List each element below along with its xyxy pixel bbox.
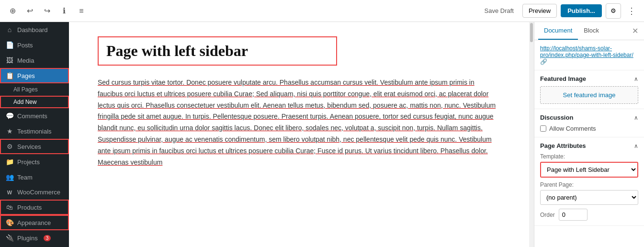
featured-image-title: Featured Image	[540, 75, 586, 82]
panel-close-button[interactable]: ✕	[630, 24, 640, 37]
sidebar-item-products[interactable]: 🛍 Products	[0, 200, 69, 215]
undo-icon[interactable]: ↩	[23, 4, 36, 18]
dashboard-icon: ⌂	[6, 26, 13, 34]
right-panel: Document Block ✕ http://localhost/shams-…	[534, 22, 644, 247]
panel-tabs: Document Block ✕	[534, 22, 644, 40]
comments-icon: 💬	[6, 112, 13, 120]
template-select-wrapper: Page with Left Sidebar Default Template …	[540, 162, 638, 178]
sidebar-item-services[interactable]: ⚙ Services	[0, 139, 69, 154]
add-block-icon[interactable]: ⊕	[6, 4, 19, 18]
featured-image-chevron[interactable]: ∧	[634, 76, 638, 82]
page-title[interactable]: Page with left sidebar	[106, 42, 328, 60]
page-title-block: Page with left sidebar	[98, 36, 337, 66]
gear-icon: ⚙	[610, 7, 616, 14]
publish-button[interactable]: Publish...	[561, 4, 602, 17]
preview-button[interactable]: Preview	[522, 4, 557, 18]
save-draft-button[interactable]: Save Draft	[480, 4, 519, 17]
parent-page-label: Parent Page:	[540, 181, 638, 188]
featured-image-section: Featured Image ∧ Set featured image	[534, 70, 644, 109]
sidebar-subitem-add-new[interactable]: Add New	[0, 96, 69, 108]
page-attributes-chevron[interactable]: ∧	[634, 143, 638, 149]
products-icon: 🛍	[6, 203, 13, 211]
sidebar-item-comments[interactable]: 💬 Comments	[0, 108, 69, 124]
appearance-icon: 🎨	[6, 219, 13, 226]
sidebar-item-pages[interactable]: 📋 Pages	[0, 68, 69, 83]
redo-icon[interactable]: ↪	[40, 4, 54, 18]
external-link-icon: 🔗	[540, 58, 547, 65]
discussion-section: Discussion ∧ Allow Comments	[534, 109, 644, 137]
services-icon: ⚙	[6, 143, 13, 150]
tab-block[interactable]: Block	[578, 22, 605, 40]
woocommerce-icon: W	[6, 190, 13, 195]
pages-icon: 📋	[6, 72, 13, 79]
page-link-section: http://localhost/shams-solar-pro/index.p…	[534, 40, 644, 70]
projects-icon: 📁	[6, 158, 13, 166]
allow-comments-checkbox[interactable]	[540, 125, 546, 132]
scrollbar[interactable]	[529, 22, 534, 247]
sidebar-item-woocommerce[interactable]: W WooCommerce	[0, 185, 69, 200]
sidebar-subitem-all-pages[interactable]: All Pages	[0, 83, 69, 96]
template-label: Template:	[540, 153, 638, 160]
order-input[interactable]	[559, 209, 588, 221]
page-body-text[interactable]: Sed cursus turpis vitae tortor. Donec po…	[98, 77, 500, 168]
sidebar-item-dashboard[interactable]: ⌂ Dashboard	[0, 22, 69, 37]
info-icon[interactable]: ℹ	[57, 4, 71, 18]
sidebar-item-appearance[interactable]: 🎨 Appearance	[0, 215, 69, 230]
sidebar-item-projects[interactable]: 📁 Projects	[0, 154, 69, 169]
testimonials-icon: ★	[6, 127, 13, 135]
posts-icon: 📄	[6, 41, 13, 49]
settings-button[interactable]: ⚙	[606, 3, 621, 19]
plugins-badge: 3	[44, 235, 51, 241]
plugins-icon: 🔌	[6, 234, 13, 242]
main-layout: ⌂ Dashboard 📄 Posts 🖼 Media 📋 Pages All …	[0, 22, 644, 247]
template-select[interactable]: Page with Left Sidebar Default Template …	[541, 163, 637, 177]
team-icon: 👥	[6, 173, 13, 181]
sidebar-item-plugins[interactable]: 🔌 Plugins 3	[0, 230, 69, 246]
page-attributes-title: Page Attributes	[540, 142, 586, 149]
sidebar-item-team[interactable]: 👥 Team	[0, 169, 69, 185]
more-options-button[interactable]: ⋮	[625, 4, 638, 18]
order-label: Order	[540, 212, 555, 218]
top-toolbar: ⊕ ↩ ↪ ℹ ≡ Save Draft Preview Publish... …	[0, 0, 644, 22]
page-url-link[interactable]: http://localhost/shams-solar-pro/index.p…	[540, 45, 633, 58]
discussion-title: Discussion	[540, 114, 573, 121]
sidebar-item-posts[interactable]: 📄 Posts	[0, 37, 69, 53]
sidebar-item-testimonials[interactable]: ★ Testimonials	[0, 124, 69, 139]
discussion-chevron[interactable]: ∧	[634, 114, 638, 121]
page-attributes-section: Page Attributes ∧ Template: Page with Le…	[534, 137, 644, 226]
tab-document[interactable]: Document	[538, 22, 578, 40]
scrollbar-thumb	[530, 23, 533, 42]
media-icon: 🖼	[6, 56, 13, 64]
set-featured-image-button[interactable]: Set featured image	[540, 86, 638, 104]
list-view-icon[interactable]: ≡	[75, 4, 88, 18]
parent-page-select[interactable]: (no parent)	[540, 190, 638, 205]
allow-comments-label[interactable]: Allow Comments	[540, 125, 638, 132]
sidebar-navigation: ⌂ Dashboard 📄 Posts 🖼 Media 📋 Pages All …	[0, 22, 69, 247]
allow-comments-text: Allow Comments	[549, 125, 596, 132]
sidebar-item-media[interactable]: 🖼 Media	[0, 53, 69, 68]
editor-content-area[interactable]: Page with left sidebar Sed cursus turpis…	[69, 22, 529, 247]
